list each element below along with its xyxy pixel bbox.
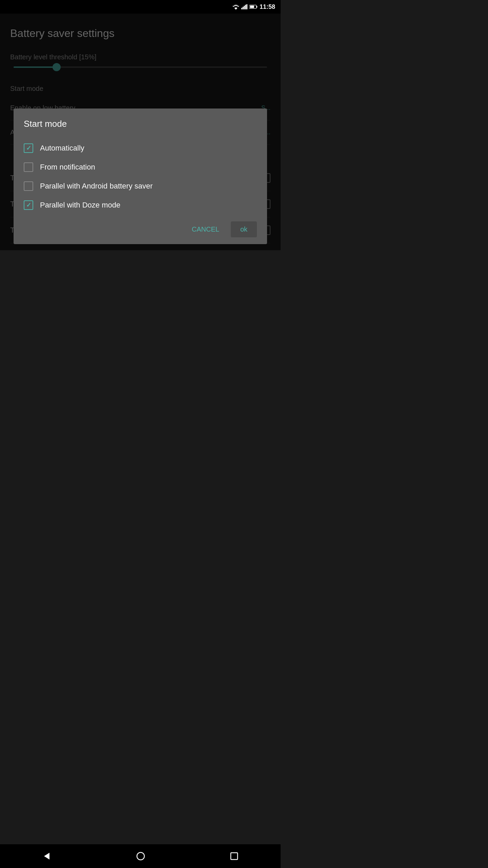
option-parallel-android[interactable]: Parallel with Android battery saver [24,177,257,196]
status-time: 11:58 [260,3,275,11]
option-parallel-android-text: Parallel with Android battery saver [40,182,153,191]
status-icons: 70 11:58 [232,3,275,11]
ok-button[interactable]: ok [231,221,257,237]
option-parallel-doze[interactable]: ✓ Parallel with Doze mode [24,196,257,215]
option-from-notification-text: From notification [40,163,95,172]
checkbox-parallel-android[interactable] [24,181,33,191]
svg-rect-3 [245,5,246,9]
dialog-buttons: CANCEL ok [24,221,257,237]
dialog-title: Start mode [24,119,257,129]
battery-status-icon: 70 [249,4,258,9]
svg-text:70: 70 [251,6,253,8]
main-content: Battery saver settings Battery level thr… [0,14,281,250]
svg-rect-4 [246,4,247,9]
option-automatically-text: Automatically [40,144,84,153]
status-bar: 70 11:58 [0,0,281,14]
start-mode-dialog: Start mode ✓ Automatically From notifica… [14,108,267,244]
signal-status-icon [241,4,247,9]
wifi-status-icon [232,4,239,9]
option-parallel-doze-text: Parallel with Doze mode [40,201,120,210]
checkbox-automatically[interactable]: ✓ [24,143,33,153]
svg-rect-1 [243,7,244,9]
checkbox-parallel-doze[interactable]: ✓ [24,200,33,210]
checkbox-from-notification[interactable] [24,162,33,172]
checkmark-automatically: ✓ [26,144,31,152]
option-automatically[interactable]: ✓ Automatically [24,139,257,158]
option-from-notification[interactable]: From notification [24,158,257,177]
checkmark-parallel-doze: ✓ [26,201,31,209]
cancel-button[interactable]: CANCEL [184,221,227,237]
svg-rect-2 [244,6,245,9]
svg-rect-6 [257,6,258,7]
svg-rect-0 [241,8,242,9]
